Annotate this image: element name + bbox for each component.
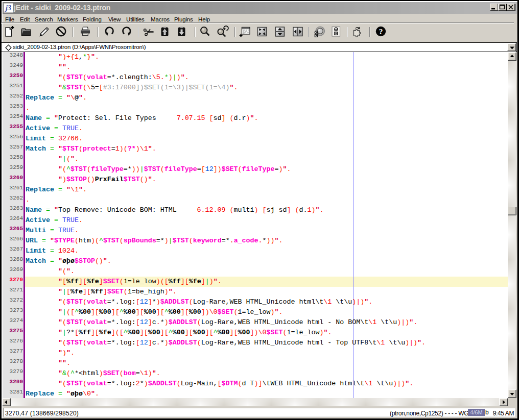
- svg-text:?: ?: [379, 27, 383, 36]
